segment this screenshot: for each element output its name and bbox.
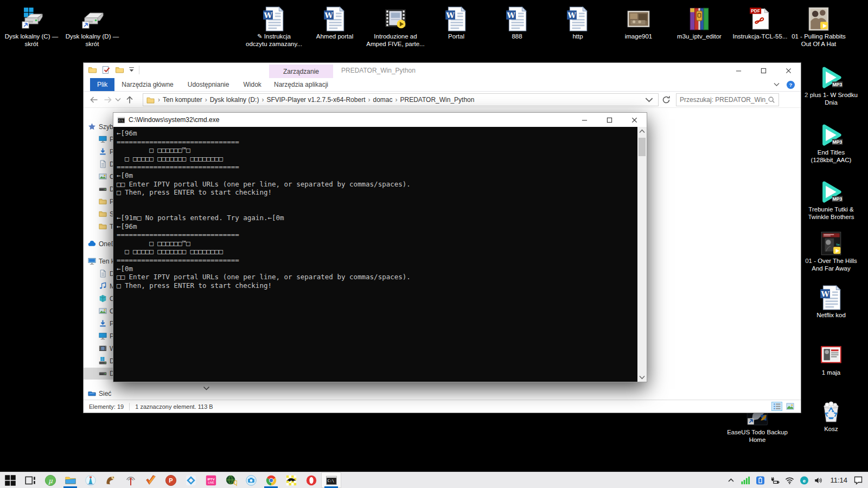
- folder-icon: [99, 210, 107, 218]
- thumbnails-view-button[interactable]: [784, 402, 795, 411]
- console-scrollbar[interactable]: [637, 127, 647, 382]
- navpane-scroll-chevron-icon[interactable]: [203, 386, 210, 391]
- the-bat-icon: [285, 474, 297, 486]
- tray-battery-icon[interactable]: [756, 476, 765, 485]
- taskbar-opera[interactable]: [301, 472, 321, 488]
- properties-check-icon[interactable]: [101, 66, 111, 74]
- taskbar-lighthouse-app[interactable]: [80, 472, 100, 488]
- breadcrumb-segment-ten-komputer[interactable]: Ten komputer: [161, 96, 205, 104]
- desktop-icon-1-maja[interactable]: 1 maja: [801, 339, 861, 377]
- cmd-icon: C:\: [117, 116, 125, 124]
- desktop-icon-dysk-lokalny-c-skrót[interactable]: Dysk lokalny (C) — skrót: [1, 3, 62, 48]
- taskbar-sopcast[interactable]: [100, 472, 120, 488]
- search-box[interactable]: Przeszukaj: PREDATOR_Win_P...: [676, 93, 779, 106]
- cmd-minimize-button[interactable]: [572, 113, 597, 127]
- taskbar-blue-cam-app[interactable]: [241, 472, 261, 488]
- quick-access-toolbar: [88, 66, 139, 74]
- breadcrumb-segment-dysk-lokalny-d[interactable]: Dysk lokalny (D:): [208, 96, 261, 104]
- breadcrumb-segment-predator-win-python[interactable]: PREDATOR_Win_Python: [398, 96, 477, 104]
- close-button[interactable]: [776, 63, 801, 78]
- taskbar-iptv-app[interactable]: IPTVLIVE: [201, 472, 221, 488]
- tab-narzedzia-aplikacji[interactable]: Narzędzia aplikacji: [269, 78, 333, 91]
- tray-eset-icon[interactable]: e: [800, 476, 809, 485]
- scroll-up-icon[interactable]: [639, 129, 646, 134]
- tab-udostępnianie[interactable]: Udostępnianie: [181, 78, 237, 91]
- scroll-thumb[interactable]: [639, 138, 646, 156]
- recent-locations-chevron-icon[interactable]: [115, 98, 121, 107]
- refresh-icon[interactable]: [662, 95, 671, 104]
- details-view-icon: [773, 403, 781, 410]
- desktop-icon-01-pulling-rabbits-out-of-a-hat[interactable]: 01 - Pulling Rabbits Out Of A Hat: [788, 3, 849, 48]
- qat-customize-chevron-icon[interactable]: [129, 67, 135, 73]
- taskbar-task-view[interactable]: [20, 472, 40, 488]
- folder-icon[interactable]: [88, 66, 97, 74]
- address-dropdown-chevron-icon[interactable]: [645, 97, 653, 104]
- cmd-console[interactable]: ←[96m ============================== □ □…: [113, 127, 647, 382]
- maximize-button[interactable]: [751, 63, 776, 78]
- desktop-icon-2-plus-1-w-srodku-dnia[interactable]: MP32 plus 1- W Srodku Dnia: [801, 62, 861, 107]
- scroll-down-icon[interactable]: [639, 375, 646, 380]
- taskbar-file-explorer[interactable]: [60, 472, 80, 488]
- tray-signal-bars-icon[interactable]: [741, 476, 750, 485]
- start-icon: [4, 474, 16, 486]
- ribbon-tabs: PlikNarzędzia główneUdostępnianieWidok N…: [84, 78, 801, 92]
- desktop-icon-instrukcja-odczytu-zamazany[interactable]: W✎ Instrukcja odczytu zamazany...: [244, 3, 304, 48]
- sidebar-item-sieć[interactable]: Sieć: [84, 388, 211, 400]
- desktop-icon-end-titles-128kbit-aac[interactable]: MP3End Titles (128kbit_AAC): [801, 119, 861, 164]
- desktop-icon-introduzione-ad-amped-five-parte[interactable]: Introduzione ad Amped FIVE, parte...: [365, 3, 426, 48]
- svg-text:W: W: [263, 11, 272, 20]
- back-icon[interactable]: [89, 95, 99, 105]
- taskbar-checkmark-app[interactable]: [141, 472, 161, 488]
- desktop-icon-netflix-kod[interactable]: WNetflix kod: [801, 282, 861, 319]
- album-icon: flac: [801, 228, 861, 256]
- tray-volume-icon[interactable]: [814, 476, 824, 485]
- up-icon[interactable]: [125, 95, 135, 105]
- desktop-icon-trebunie-tutki-twinkle-brothers[interactable]: MP3Trebunie Tutki & Twinkle Brothers: [801, 176, 861, 221]
- context-tab-zarzadzanie[interactable]: Zarządzanie: [269, 65, 333, 78]
- tab-narzędzia-główne[interactable]: Narzędzia główne: [114, 78, 180, 91]
- taskbar-kodi[interactable]: [181, 472, 201, 488]
- action-center-icon[interactable]: [853, 476, 864, 485]
- minimize-button[interactable]: [726, 63, 751, 78]
- desktop-icon-portal[interactable]: WPortal: [426, 3, 487, 41]
- svg-text:PDF: PDF: [751, 8, 760, 14]
- breadcrumb[interactable]: ›Ten komputer›Dysk lokalny (D:)›SFVIP-Pl…: [143, 93, 659, 106]
- tab-widok[interactable]: Widok: [236, 78, 268, 91]
- tray-wifi-icon[interactable]: [785, 476, 794, 485]
- globe-q-app-icon: Q: [225, 474, 237, 486]
- p-badge-app-icon: P: [165, 474, 177, 486]
- tab-plik[interactable]: Plik: [90, 78, 114, 91]
- desktop-icon-http[interactable]: Whttp: [547, 3, 608, 41]
- taskbar-cmd[interactable]: C:\: [321, 472, 341, 488]
- desktop-icon-m3u-iptv-editor[interactable]: m3u_iptv_editor: [669, 3, 730, 41]
- desktop-icon-image901[interactable]: image901: [608, 3, 669, 41]
- desktop-icon-dysk-lokalny-d-skrót[interactable]: Dysk lokalny (D) — skrót: [62, 3, 123, 48]
- desktop-icon-kosz[interactable]: Kosz: [801, 396, 861, 433]
- details-view-button[interactable]: [771, 402, 782, 411]
- taskbar-globe-q-app[interactable]: Q: [221, 472, 241, 488]
- taskbar-start[interactable]: [0, 472, 20, 488]
- desktop-icon-instrukcja-tcl-55[interactable]: PDFInstrukcja-TCL-55...: [730, 3, 790, 41]
- close-icon: [631, 117, 637, 123]
- desktop-icon-label: Ahmed portal: [304, 33, 365, 41]
- taskbar-antenna-app[interactable]: [120, 472, 141, 488]
- cmd-close-button[interactable]: [622, 113, 647, 127]
- ribbon-expand-chevron-icon[interactable]: [774, 82, 780, 87]
- help-icon[interactable]: ?: [786, 80, 795, 89]
- taskbar-the-bat[interactable]: [281, 472, 301, 488]
- clock[interactable]: 11:14: [830, 476, 847, 484]
- breadcrumb-segment-sfvip-player-v1-2-7-5-x64-robert[interactable]: SFVIP-Player v1.2.7.5-x64-Robert: [264, 96, 367, 104]
- taskbar-p-badge-app[interactable]: P: [161, 472, 181, 488]
- tray-power-icon[interactable]: [770, 476, 780, 485]
- cmd-maximize-button[interactable]: [597, 113, 622, 127]
- tray-tray-expand-icon[interactable]: [726, 476, 736, 485]
- desktop-icon-01-over-the-hills-and-far-away[interactable]: flac01 - Over The Hills And Far Away: [801, 228, 861, 273]
- desktop-icon-888[interactable]: W888: [487, 3, 547, 41]
- forward-icon[interactable]: [103, 95, 113, 105]
- taskbar-chrome[interactable]: [261, 472, 281, 488]
- breadcrumb-segment-domac[interactable]: domac: [371, 96, 394, 104]
- svg-text:µ: µ: [48, 477, 53, 484]
- taskbar-utorrent[interactable]: µ: [40, 472, 60, 488]
- desktop-icon-ahmed-portal[interactable]: WAhmed portal: [304, 3, 365, 41]
- new-folder-icon[interactable]: [115, 66, 124, 74]
